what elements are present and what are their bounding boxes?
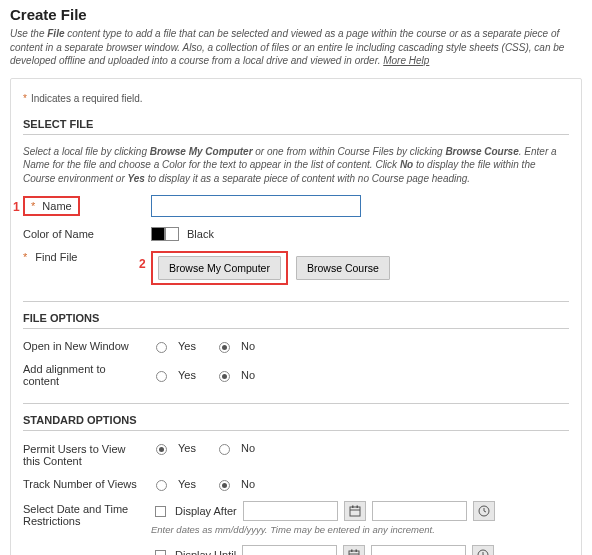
color-current-value: Black <box>187 228 214 240</box>
no-label: No <box>241 340 255 352</box>
required-star-icon: * <box>31 200 35 212</box>
svg-line-6 <box>484 511 486 512</box>
section-title-standard-options: STANDARD OPTIONS <box>23 414 569 431</box>
track-views-label: Track Number of Views <box>23 478 137 490</box>
browse-my-computer-button[interactable]: Browse My Computer <box>158 256 281 280</box>
section-title-file-options: FILE OPTIONS <box>23 312 569 329</box>
display-after-date-input[interactable] <box>243 501 338 521</box>
callout-number-2: 2 <box>139 257 146 271</box>
section-title-select-file: SELECT FILE <box>23 118 569 135</box>
no-label: No <box>241 369 255 381</box>
display-after-label: Display After <box>175 505 237 517</box>
page-title: Create File <box>10 6 582 23</box>
display-after-checkbox[interactable] <box>155 506 166 517</box>
field-row-open-new-window: Open in New Window Yes No <box>23 339 569 353</box>
more-help-link[interactable]: More Help <box>383 55 429 66</box>
add-alignment-label: Add alignment to content <box>23 363 143 387</box>
required-star-icon: * <box>23 93 27 104</box>
permit-view-yes-radio[interactable] <box>156 444 167 455</box>
display-after-hint: Enter dates as mm/dd/yyyy. Time may be e… <box>151 524 569 535</box>
page-intro: Use the File content type to add a file … <box>10 27 582 68</box>
find-file-label: Find File <box>35 251 77 263</box>
track-views-no-radio[interactable] <box>219 480 230 491</box>
required-indicator-note: *Indicates a required field. <box>23 93 569 104</box>
color-swatch-picker[interactable] <box>151 227 179 241</box>
required-star-icon: * <box>23 251 27 263</box>
field-row-permit-view: Permit Users to View this Content Yes No <box>23 441 569 467</box>
clock-icon <box>477 549 489 555</box>
display-after-calendar-button[interactable] <box>344 501 366 521</box>
display-until-calendar-button[interactable] <box>343 545 365 555</box>
section-desc-select-file: Select a local file by clicking Browse M… <box>23 145 569 186</box>
yes-label: Yes <box>178 369 196 381</box>
add-alignment-yes-radio[interactable] <box>156 371 167 382</box>
field-row-track-views: Track Number of Views Yes No <box>23 477 569 491</box>
svg-rect-10 <box>356 550 358 553</box>
add-alignment-no-radio[interactable] <box>219 371 230 382</box>
callout-number-1: 1 <box>13 200 20 214</box>
permit-view-no-radio[interactable] <box>219 444 230 455</box>
swatch-black-icon <box>151 227 165 241</box>
yes-label: Yes <box>178 478 196 490</box>
display-until-checkbox[interactable] <box>155 550 166 556</box>
no-label: No <box>241 478 255 490</box>
display-after-clock-button[interactable] <box>473 501 495 521</box>
field-row-add-alignment: Add alignment to content Yes No <box>23 363 569 387</box>
svg-rect-0 <box>350 507 360 516</box>
display-until-clock-button[interactable] <box>472 545 494 555</box>
yes-label: Yes <box>178 442 196 454</box>
display-after-time-input[interactable] <box>372 501 467 521</box>
calendar-icon <box>348 549 360 555</box>
field-row-find-file: * Find File 2 Browse My Computer Browse … <box>23 251 569 285</box>
svg-rect-9 <box>351 550 353 553</box>
svg-rect-2 <box>352 506 354 509</box>
permit-view-label: Permit Users to View this Content <box>23 443 143 467</box>
yes-label: Yes <box>178 340 196 352</box>
open-new-window-yes-radio[interactable] <box>156 342 167 353</box>
color-of-name-label: Color of Name <box>23 228 94 240</box>
display-until-time-input[interactable] <box>371 545 466 555</box>
swatch-white-icon <box>165 227 179 241</box>
name-label-cell: 1 * Name <box>23 196 143 216</box>
track-views-yes-radio[interactable] <box>156 480 167 491</box>
field-row-date-restrictions: Select Date and Time Restrictions Displa… <box>23 501 569 555</box>
date-restrictions-label: Select Date and Time Restrictions <box>23 503 143 527</box>
divider <box>23 403 569 404</box>
divider <box>23 301 569 302</box>
field-row-name: 1 * Name <box>23 195 569 217</box>
no-label: No <box>241 442 255 454</box>
browse-course-button[interactable]: Browse Course <box>296 256 390 280</box>
display-after-block: Display After Enter dates as mm/dd/yyyy.… <box>151 501 569 535</box>
create-file-page: Create File Use the File content type to… <box>0 0 592 555</box>
svg-rect-3 <box>356 506 358 509</box>
name-label: Name <box>42 200 71 212</box>
display-until-date-input[interactable] <box>242 545 337 555</box>
field-row-color: Color of Name Black <box>23 227 569 241</box>
display-until-label: Display Until <box>175 549 236 555</box>
main-panel: *Indicates a required field. SELECT FILE… <box>10 78 582 556</box>
clock-icon <box>478 505 490 517</box>
open-new-window-no-radio[interactable] <box>219 342 230 353</box>
open-new-window-label: Open in New Window <box>23 340 129 352</box>
display-until-block: Display Until Enter dates as mm/dd/yyyy.… <box>151 545 569 555</box>
name-input[interactable] <box>151 195 361 217</box>
calendar-icon <box>349 505 361 517</box>
